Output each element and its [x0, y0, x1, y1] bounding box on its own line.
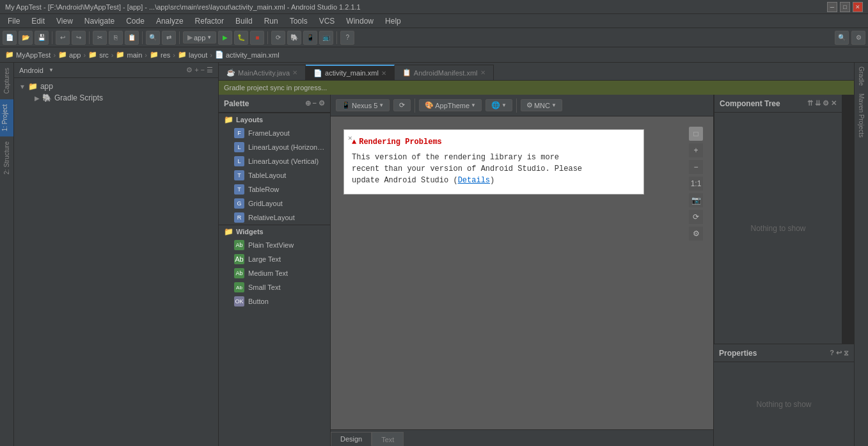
structure-tab-button[interactable]: 2: Structure — [2, 136, 12, 180]
tree-item-app[interactable]: ▼ 📁 app — [14, 81, 218, 92]
gradle-tab-button[interactable]: Gradle — [856, 63, 866, 90]
ct-close-icon[interactable]: ✕ — [831, 99, 837, 108]
tab-mainactivity-java[interactable]: ☕ MainActivity.java ✕ — [219, 65, 306, 80]
toolbar-undo-button[interactable]: ↩ — [56, 31, 70, 45]
canvas-zoom-in-icon[interactable]: + — [689, 143, 703, 157]
toolbar-sdk-button[interactable]: 📱 — [303, 31, 317, 45]
tab-close-mainactivity[interactable]: ✕ — [292, 69, 297, 76]
project-gear-icon[interactable]: ☰ — [207, 66, 213, 74]
canvas-refresh-icon[interactable]: ⟳ — [689, 210, 703, 224]
palette-item-tablerow[interactable]: T TableRow — [219, 182, 330, 196]
menu-analyze[interactable]: Analyze — [151, 15, 189, 27]
palette-item-framelayout[interactable]: F FrameLayout — [219, 126, 330, 140]
menu-view[interactable]: View — [51, 15, 78, 27]
theme-selector[interactable]: 🎨 AppTheme ▼ — [419, 99, 482, 111]
canvas-fit-icon[interactable]: □ — [689, 127, 703, 141]
toolbar-new-button[interactable]: 📄 — [3, 31, 17, 45]
toolbar-search-button[interactable]: 🔍 — [835, 31, 849, 45]
menu-file[interactable]: File — [3, 15, 25, 27]
text-tab[interactable]: Text — [372, 432, 404, 446]
props-help-icon[interactable]: ? — [830, 349, 834, 357]
palette-item-linearlayout-h[interactable]: L LinearLayout (Horizonta... — [219, 140, 330, 154]
rendering-problems-details-link[interactable]: Details — [458, 176, 490, 185]
locale-button[interactable]: 🌐 ▼ — [485, 99, 512, 111]
props-filter-icon[interactable]: ⧖ — [844, 349, 849, 357]
toolbar-open-button[interactable]: 📂 — [19, 31, 33, 45]
menu-edit[interactable]: Edit — [26, 15, 50, 27]
palette-section-widgets[interactable]: 📁 Widgets — [219, 225, 330, 238]
breadcrumb-file[interactable]: 📄 activity_main.xml — [215, 51, 280, 59]
toolbar-find-button[interactable]: 🔍 — [146, 31, 160, 45]
toolbar-help-button[interactable]: ? — [340, 31, 354, 45]
tab-activity-main-xml[interactable]: 📄 activity_main.xml ✕ — [306, 65, 395, 80]
rendering-problems-close[interactable]: ✕ — [348, 134, 352, 142]
tab-close-androidmanifest[interactable]: ✕ — [480, 69, 485, 76]
menu-tools[interactable]: Tools — [285, 15, 313, 27]
props-undo-icon[interactable]: ↩ — [836, 349, 842, 357]
api-selector[interactable]: ⚙ MNC ▼ — [521, 99, 562, 111]
toolbar-settings-button[interactable]: ⚙ — [851, 31, 865, 45]
run-config-dropdown[interactable]: ▶ app ▼ — [183, 31, 216, 44]
design-tab[interactable]: Design — [331, 432, 372, 446]
project-settings-icon[interactable]: ⚙ — [186, 66, 193, 74]
palette-item-large-text[interactable]: Ab Large Text — [219, 252, 330, 266]
breadcrumb-layout[interactable]: 📁 layout — [178, 51, 207, 59]
toolbar-gradle-button[interactable]: 🐘 — [287, 31, 301, 45]
toolbar-sync-button[interactable]: ⟳ — [271, 31, 285, 45]
palette-item-gridlayout[interactable]: G GridLayout — [219, 196, 330, 211]
breadcrumb-main[interactable]: 📁 main — [116, 51, 142, 59]
palette-settings-icon[interactable]: ⚙ — [319, 99, 325, 108]
ct-collapse-icon[interactable]: ⇊ — [815, 99, 821, 108]
project-minus-icon[interactable]: − — [201, 66, 205, 74]
palette-item-medium-text[interactable]: Ab Medium Text — [219, 266, 330, 280]
palette-item-linearlayout-v[interactable]: L LinearLayout (Vertical) — [219, 154, 330, 168]
toolbar-redo-button[interactable]: ↪ — [72, 31, 86, 45]
project-plus-icon[interactable]: + — [194, 66, 198, 74]
breadcrumb-src[interactable]: 📁 src — [88, 51, 109, 59]
minimize-button[interactable]: ─ — [827, 2, 837, 12]
canvas-settings-icon[interactable]: ⚙ — [689, 227, 703, 241]
menu-window[interactable]: Window — [341, 15, 379, 27]
ct-settings-icon[interactable]: ⚙ — [823, 99, 829, 108]
tab-androidmanifest-xml[interactable]: 📋 AndroidManifest.xml ✕ — [395, 65, 494, 80]
menu-refactor[interactable]: Refactor — [190, 15, 229, 27]
stop-button[interactable]: ■ — [250, 31, 264, 45]
maven-projects-tab-button[interactable]: Maven Projects — [856, 90, 866, 141]
maximize-button[interactable]: □ — [840, 2, 850, 12]
menu-navigate[interactable]: Navigate — [79, 15, 120, 27]
scope-dropdown-icon[interactable]: ▼ — [49, 67, 54, 73]
toolbar-avd-button[interactable]: 📺 — [319, 31, 333, 45]
palette-section-layouts[interactable]: 📁 Layouts — [219, 113, 330, 126]
menu-help[interactable]: Help — [380, 15, 406, 27]
close-button[interactable]: ✕ — [853, 2, 863, 12]
palette-item-small-text[interactable]: Ab Small Text — [219, 280, 330, 294]
palette-item-button[interactable]: OK Button — [219, 294, 330, 308]
menu-code[interactable]: Code — [121, 15, 150, 27]
tab-close-activity-main[interactable]: ✕ — [381, 70, 386, 77]
palette-item-tablelayout[interactable]: T TableLayout — [219, 168, 330, 182]
device-selector[interactable]: 📱 Nexus 5 ▼ — [336, 99, 390, 111]
toolbar-replace-button[interactable]: ⇄ — [162, 31, 176, 45]
canvas-zoom-out-icon[interactable]: − — [689, 160, 703, 174]
palette-item-relativelayout[interactable]: R RelativeLayout — [219, 211, 330, 225]
menu-build[interactable]: Build — [230, 15, 258, 27]
ct-expand-icon[interactable]: ⇈ — [807, 99, 813, 108]
breadcrumb-project[interactable]: 📁 MyAppTest — [5, 51, 51, 59]
toolbar-save-button[interactable]: 💾 — [35, 31, 49, 45]
captures-tab-button[interactable]: Captures — [2, 63, 12, 99]
menu-run[interactable]: Run — [259, 15, 283, 27]
orientation-button[interactable]: ⟳ — [393, 99, 411, 111]
breadcrumb-res[interactable]: 📁 res — [150, 51, 170, 59]
menu-vcs[interactable]: VCS — [314, 15, 340, 27]
palette-search-icon[interactable]: ⊕ — [305, 99, 311, 108]
palette-minus-icon[interactable]: − — [313, 99, 317, 108]
toolbar-cut-button[interactable]: ✂ — [93, 31, 107, 45]
run-button[interactable]: ▶ — [218, 31, 232, 45]
debug-button[interactable]: 🐛 — [234, 31, 248, 45]
canvas-actual-size-icon[interactable]: 1:1 — [689, 177, 703, 191]
tree-item-gradle-scripts[interactable]: ▶ 🐘 Gradle Scripts — [14, 92, 218, 104]
breadcrumb-app[interactable]: 📁 app — [58, 51, 81, 59]
toolbar-paste-button[interactable]: 📋 — [125, 31, 139, 45]
project-tab-button[interactable]: 1: Project — [0, 99, 13, 136]
canvas-screenshot-icon[interactable]: 📷 — [689, 193, 703, 207]
